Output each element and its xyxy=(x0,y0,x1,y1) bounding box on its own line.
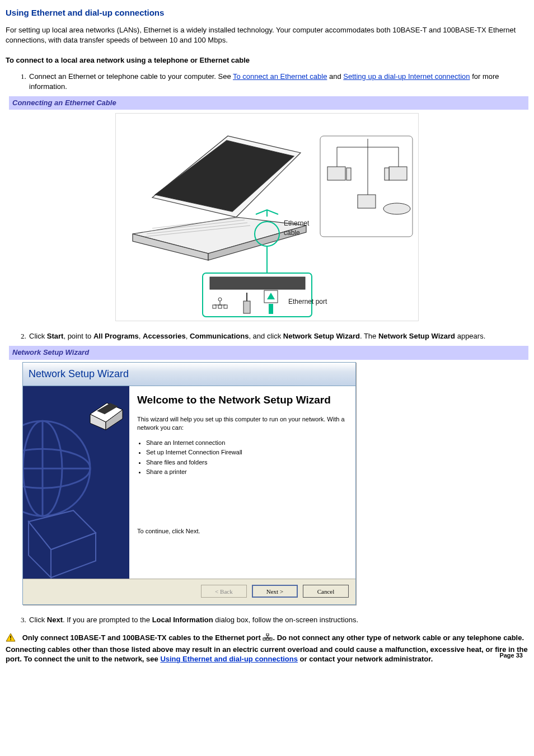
figure-caption-bar-1: Connecting an Ethernet Cable xyxy=(6,96,528,110)
figure-caption-bar-2: Network Setup Wizard xyxy=(6,346,528,359)
svg-rect-53 xyxy=(266,638,269,640)
dialog-heading: Welcome to the Network Setup Wizard xyxy=(137,393,346,408)
ethernet-cable-figure: Ethernet cable Ethernet port xyxy=(115,113,419,321)
step-1: Connect an Ethernet or telephone cable t… xyxy=(28,72,528,92)
label-ethernet-port: Ethernet port xyxy=(288,297,327,307)
link-dialup-connection[interactable]: Setting up a dial-up Internet connection xyxy=(343,72,470,81)
step-2: Click Start, point to All Programs, Acce… xyxy=(28,331,528,341)
link-using-ethernet-dialup[interactable]: Using Ethernet and dial-up connections xyxy=(160,655,298,663)
dialog-description: This wizard will help you set up this co… xyxy=(137,415,346,432)
svg-rect-20 xyxy=(358,195,376,208)
back-button: < Back xyxy=(201,585,247,598)
svg-point-21 xyxy=(383,203,410,214)
svg-rect-32 xyxy=(243,301,250,313)
svg-rect-49 xyxy=(266,633,269,636)
intro-paragraph: For setting up local area networks (LANs… xyxy=(6,25,528,45)
svg-rect-54 xyxy=(270,638,272,640)
warning-note: ! Only connect 10BASE-T and 100BASE-TX c… xyxy=(6,633,528,664)
svg-rect-16 xyxy=(327,167,345,180)
dialog-continue-text: To continue, click Next. xyxy=(137,527,346,536)
step-3: Click Next. If you are prompted to the L… xyxy=(28,615,528,625)
list-item: Share files and folders xyxy=(146,458,346,467)
svg-text:!: ! xyxy=(10,635,12,641)
network-setup-wizard-dialog: Network Setup Wizard xyxy=(22,362,356,605)
link-connect-ethernet-cable[interactable]: To connect an Ethernet cable xyxy=(233,72,327,81)
list-item: Share an Internet connection xyxy=(146,439,346,447)
svg-rect-19 xyxy=(385,168,389,180)
svg-rect-23 xyxy=(210,277,305,289)
svg-rect-52 xyxy=(263,638,265,640)
svg-rect-18 xyxy=(389,167,407,180)
dialog-feature-list: Share an Internet connection Set up Inte… xyxy=(137,439,346,477)
label-ethernet-cable: Ethernet cable xyxy=(284,219,309,238)
list-item: Set up Internet Connection Firewall xyxy=(146,448,346,457)
page-number: Page 33 xyxy=(499,651,523,660)
svg-rect-17 xyxy=(346,168,351,180)
dialog-sidebar-graphic xyxy=(23,386,129,579)
cancel-button[interactable]: Cancel xyxy=(303,585,349,598)
list-item: Share a printer xyxy=(146,468,346,476)
network-port-icon xyxy=(263,633,273,644)
page-heading: Using Ethernet and dial-up connections xyxy=(6,7,528,18)
next-button[interactable]: Next > xyxy=(252,585,298,598)
subheading: To connect to a local area network using… xyxy=(6,55,528,65)
dialog-titlebar: Network Setup Wizard xyxy=(23,363,355,386)
warning-icon: ! xyxy=(6,633,16,645)
